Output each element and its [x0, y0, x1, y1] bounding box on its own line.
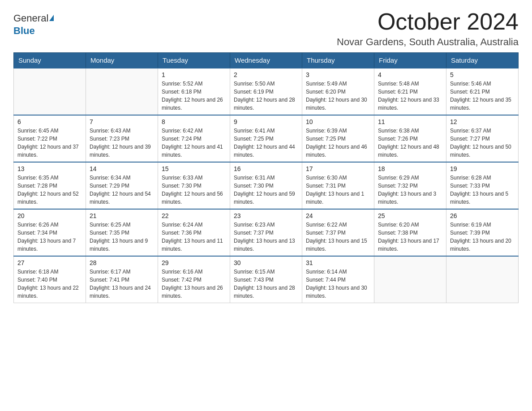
day-number: 15: [162, 165, 226, 172]
day-info: Sunrise: 6:37 AMSunset: 7:27 PMDaylight:…: [450, 127, 515, 159]
day-number: 27: [17, 259, 82, 266]
calendar-header: SundayMondayTuesdayWednesdayThursdayFrid…: [14, 53, 519, 68]
calendar-day-cell: 8Sunrise: 6:42 AMSunset: 7:24 PMDaylight…: [158, 115, 230, 162]
calendar-day-cell: [86, 68, 158, 115]
calendar-day-cell: 18Sunrise: 6:29 AMSunset: 7:32 PMDayligh…: [374, 162, 446, 209]
day-of-week-header: Sunday: [14, 53, 86, 68]
calendar-day-cell: 22Sunrise: 6:24 AMSunset: 7:36 PMDayligh…: [158, 209, 230, 256]
day-info: Sunrise: 6:45 AMSunset: 7:22 PMDaylight:…: [17, 127, 82, 159]
day-info: Sunrise: 6:22 AMSunset: 7:37 PMDaylight:…: [306, 221, 370, 253]
day-info: Sunrise: 6:20 AMSunset: 7:38 PMDaylight:…: [378, 221, 442, 253]
calendar-day-cell: 27Sunrise: 6:18 AMSunset: 7:40 PMDayligh…: [14, 256, 86, 303]
calendar-day-cell: 21Sunrise: 6:25 AMSunset: 7:35 PMDayligh…: [86, 209, 158, 256]
day-info: Sunrise: 6:24 AMSunset: 7:36 PMDaylight:…: [162, 221, 226, 253]
day-info: Sunrise: 6:26 AMSunset: 7:34 PMDaylight:…: [17, 221, 82, 253]
day-number: 19: [450, 165, 515, 172]
calendar-day-cell: [374, 256, 446, 303]
calendar-day-cell: 20Sunrise: 6:26 AMSunset: 7:34 PMDayligh…: [14, 209, 86, 256]
day-number: 1: [162, 71, 226, 78]
calendar-week-row: 6Sunrise: 6:45 AMSunset: 7:22 PMDaylight…: [14, 115, 519, 162]
day-info: Sunrise: 6:28 AMSunset: 7:33 PMDaylight:…: [450, 174, 515, 206]
day-number: 6: [17, 118, 82, 125]
days-of-week-row: SundayMondayTuesdayWednesdayThursdayFrid…: [14, 53, 519, 68]
calendar-day-cell: 25Sunrise: 6:20 AMSunset: 7:38 PMDayligh…: [374, 209, 446, 256]
calendar-day-cell: 9Sunrise: 6:41 AMSunset: 7:25 PMDaylight…: [230, 115, 302, 162]
day-number: 24: [306, 212, 370, 219]
day-info: Sunrise: 5:48 AMSunset: 6:21 PMDaylight:…: [378, 80, 442, 112]
calendar-day-cell: 19Sunrise: 6:28 AMSunset: 7:33 PMDayligh…: [446, 162, 519, 209]
calendar-day-cell: 28Sunrise: 6:17 AMSunset: 7:41 PMDayligh…: [86, 256, 158, 303]
day-info: Sunrise: 6:42 AMSunset: 7:24 PMDaylight:…: [162, 127, 226, 159]
calendar-day-cell: 15Sunrise: 6:33 AMSunset: 7:30 PMDayligh…: [158, 162, 230, 209]
calendar-day-cell: 5Sunrise: 5:46 AMSunset: 6:21 PMDaylight…: [446, 68, 519, 115]
day-info: Sunrise: 6:29 AMSunset: 7:32 PMDaylight:…: [378, 174, 442, 206]
logo-triangle-icon: [49, 15, 54, 21]
calendar-week-row: 27Sunrise: 6:18 AMSunset: 7:40 PMDayligh…: [14, 256, 519, 303]
logo: General Blue: [13, 13, 54, 37]
day-number: 23: [234, 212, 298, 219]
calendar-day-cell: 16Sunrise: 6:31 AMSunset: 7:30 PMDayligh…: [230, 162, 302, 209]
calendar-day-cell: 17Sunrise: 6:30 AMSunset: 7:31 PMDayligh…: [302, 162, 374, 209]
calendar-day-cell: 6Sunrise: 6:45 AMSunset: 7:22 PMDaylight…: [14, 115, 86, 162]
day-info: Sunrise: 5:52 AMSunset: 6:18 PMDaylight:…: [162, 80, 226, 112]
day-of-week-header: Monday: [86, 53, 158, 68]
calendar-day-cell: 4Sunrise: 5:48 AMSunset: 6:21 PMDaylight…: [374, 68, 446, 115]
day-number: 26: [450, 212, 515, 219]
day-number: 30: [234, 259, 298, 266]
day-number: 12: [450, 118, 515, 125]
day-of-week-header: Tuesday: [158, 53, 230, 68]
day-number: 4: [378, 71, 442, 78]
day-of-week-header: Wednesday: [230, 53, 302, 68]
logo-general-text: General: [13, 13, 48, 24]
day-number: 25: [378, 212, 442, 219]
day-number: 11: [378, 118, 442, 125]
day-number: 9: [234, 118, 298, 125]
calendar-week-row: 20Sunrise: 6:26 AMSunset: 7:34 PMDayligh…: [14, 209, 519, 256]
day-of-week-header: Friday: [374, 53, 446, 68]
calendar-day-cell: 26Sunrise: 6:19 AMSunset: 7:39 PMDayligh…: [446, 209, 519, 256]
day-info: Sunrise: 6:15 AMSunset: 7:43 PMDaylight:…: [234, 268, 298, 300]
calendar-day-cell: [14, 68, 86, 115]
day-number: 3: [306, 71, 370, 78]
calendar-day-cell: 7Sunrise: 6:43 AMSunset: 7:23 PMDaylight…: [86, 115, 158, 162]
calendar-day-cell: 10Sunrise: 6:39 AMSunset: 7:25 PMDayligh…: [302, 115, 374, 162]
page-header: General Blue October 2024 Novar Gardens,…: [13, 9, 519, 48]
day-info: Sunrise: 6:17 AMSunset: 7:41 PMDaylight:…: [90, 268, 154, 300]
day-number: 28: [90, 259, 154, 266]
calendar-day-cell: 13Sunrise: 6:35 AMSunset: 7:28 PMDayligh…: [14, 162, 86, 209]
calendar-day-cell: 11Sunrise: 6:38 AMSunset: 7:26 PMDayligh…: [374, 115, 446, 162]
calendar-day-cell: 12Sunrise: 6:37 AMSunset: 7:27 PMDayligh…: [446, 115, 519, 162]
day-number: 21: [90, 212, 154, 219]
day-info: Sunrise: 6:14 AMSunset: 7:44 PMDaylight:…: [306, 268, 370, 300]
day-info: Sunrise: 6:16 AMSunset: 7:42 PMDaylight:…: [162, 268, 226, 300]
day-of-week-header: Thursday: [302, 53, 374, 68]
day-number: 8: [162, 118, 226, 125]
day-number: 22: [162, 212, 226, 219]
day-number: 29: [162, 259, 226, 266]
calendar-week-row: 13Sunrise: 6:35 AMSunset: 7:28 PMDayligh…: [14, 162, 519, 209]
day-number: 17: [306, 165, 370, 172]
day-number: 14: [90, 165, 154, 172]
day-number: 10: [306, 118, 370, 125]
day-info: Sunrise: 6:31 AMSunset: 7:30 PMDaylight:…: [234, 174, 298, 206]
calendar-table: SundayMondayTuesdayWednesdayThursdayFrid…: [13, 52, 519, 303]
calendar-day-cell: 14Sunrise: 6:34 AMSunset: 7:29 PMDayligh…: [86, 162, 158, 209]
day-info: Sunrise: 5:49 AMSunset: 6:20 PMDaylight:…: [306, 80, 370, 112]
day-info: Sunrise: 6:35 AMSunset: 7:28 PMDaylight:…: [17, 174, 82, 206]
main-title: October 2024: [337, 9, 519, 34]
day-number: 13: [17, 165, 82, 172]
day-number: 5: [450, 71, 515, 78]
day-info: Sunrise: 6:19 AMSunset: 7:39 PMDaylight:…: [450, 221, 515, 253]
calendar-day-cell: 29Sunrise: 6:16 AMSunset: 7:42 PMDayligh…: [158, 256, 230, 303]
day-info: Sunrise: 6:33 AMSunset: 7:30 PMDaylight:…: [162, 174, 226, 206]
calendar-day-cell: [446, 256, 519, 303]
calendar-day-cell: 3Sunrise: 5:49 AMSunset: 6:20 PMDaylight…: [302, 68, 374, 115]
calendar-week-row: 1Sunrise: 5:52 AMSunset: 6:18 PMDaylight…: [14, 68, 519, 115]
day-info: Sunrise: 6:41 AMSunset: 7:25 PMDaylight:…: [234, 127, 298, 159]
title-block: October 2024 Novar Gardens, South Austra…: [337, 9, 519, 48]
day-info: Sunrise: 5:50 AMSunset: 6:19 PMDaylight:…: [234, 80, 298, 112]
day-number: 31: [306, 259, 370, 266]
calendar-day-cell: 2Sunrise: 5:50 AMSunset: 6:19 PMDaylight…: [230, 68, 302, 115]
day-info: Sunrise: 6:30 AMSunset: 7:31 PMDaylight:…: [306, 174, 370, 206]
day-info: Sunrise: 6:23 AMSunset: 7:37 PMDaylight:…: [234, 221, 298, 253]
